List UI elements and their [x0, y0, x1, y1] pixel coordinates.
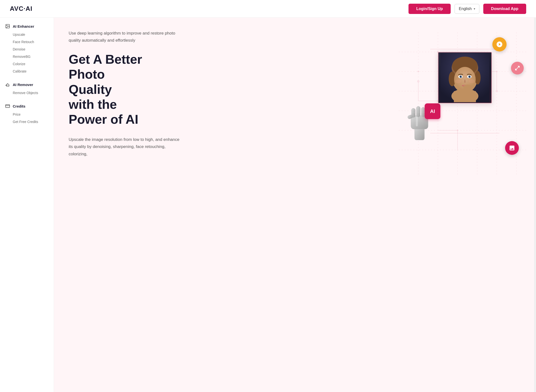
svg-point-36 [451, 89, 478, 102]
illustration-area: AI [399, 32, 526, 174]
svg-point-47 [468, 75, 471, 78]
sidebar-item-remove-objects[interactable]: Remove Objects [0, 89, 54, 97]
chevron-down-icon: ▾ [474, 7, 475, 11]
app-body: AI Enhancer Upscale Face Retouch Denoise… [0, 18, 536, 392]
hero-subtitle: Use deep learning algorithm to improve a… [69, 30, 181, 44]
hero-title: Get A Better Photo Quality with the Powe… [69, 52, 181, 127]
image-enhance-icon [509, 145, 515, 151]
download-app-button[interactable]: Download App [483, 4, 526, 14]
svg-point-40 [452, 57, 478, 75]
hero-title-line4: with the [69, 97, 117, 111]
sidebar-heading-enhancer[interactable]: AI Enhancer [0, 24, 54, 31]
svg-point-43 [454, 67, 476, 92]
robot-hand-container: AI [404, 96, 443, 145]
svg-point-52 [455, 79, 461, 83]
svg-rect-2 [6, 105, 10, 108]
svg-point-23 [496, 90, 498, 92]
svg-rect-35 [440, 53, 489, 102]
svg-point-38 [452, 62, 478, 93]
hero-description: Upscale the image resolution from low to… [69, 136, 181, 158]
sidebar-label-remover: AI Remover [13, 83, 33, 87]
header: AVC·AI Login/Sign Up English ▾ Download … [0, 0, 536, 18]
svg-point-1 [7, 25, 7, 26]
svg-point-49 [469, 76, 470, 77]
sidebar-item-calibrate[interactable]: Calibrate [0, 68, 54, 75]
svg-point-16 [418, 71, 419, 72]
sidebar: AI Enhancer Upscale Face Retouch Denoise… [0, 18, 54, 392]
scrollbar[interactable] [534, 0, 536, 392]
image-icon [5, 24, 10, 29]
sidebar-section-credits: Credits Price Get Free Credits [0, 103, 54, 125]
sidebar-item-upscale[interactable]: Upscale [0, 31, 54, 38]
svg-point-53 [469, 79, 475, 83]
svg-point-54 [463, 85, 472, 90]
sidebar-section-enhancer: AI Enhancer Upscale Face Retouch Denoise… [0, 24, 54, 75]
logo: AVC·AI [10, 5, 32, 12]
svg-point-55 [513, 146, 514, 147]
svg-point-21 [417, 80, 419, 82]
svg-point-42 [475, 71, 481, 85]
sidebar-item-colorize[interactable]: Colorize [0, 60, 54, 68]
language-selector[interactable]: English ▾ [455, 4, 479, 14]
sidebar-heading-remover[interactable]: AI Remover [0, 82, 54, 89]
svg-point-39 [452, 57, 478, 79]
sidebar-item-free-credits[interactable]: Get Free Credits [0, 118, 54, 125]
svg-point-51 [470, 76, 470, 76]
photo-card [438, 52, 492, 103]
sidebar-item-removebg[interactable]: RemoveBG [0, 53, 54, 60]
svg-rect-37 [454, 91, 476, 102]
svg-point-20 [457, 130, 458, 131]
card-icon [5, 103, 10, 109]
hero-title-line2: Photo [69, 67, 105, 81]
float-circle-paint [492, 37, 507, 51]
ai-badge-text: AI [430, 109, 435, 114]
resize-icon [514, 65, 520, 71]
sidebar-item-face-retouch[interactable]: Face Retouch [0, 38, 54, 46]
svg-point-44 [458, 75, 463, 78]
face-illustration [438, 52, 491, 103]
float-circle-image [505, 141, 519, 155]
face-svg [440, 53, 489, 102]
svg-rect-27 [416, 106, 420, 117]
sidebar-item-denoise[interactable]: Denoise [0, 46, 54, 53]
ruler-top [431, 49, 499, 49]
main-content: Use deep learning algorithm to improve a… [54, 18, 536, 392]
sidebar-label-credits: Credits [13, 104, 26, 108]
sidebar-section-remover: AI Remover Remove Objects [0, 82, 54, 97]
svg-point-19 [496, 71, 498, 72]
svg-point-41 [449, 72, 456, 86]
login-signup-button[interactable]: Login/Sign Up [408, 4, 451, 14]
svg-point-46 [459, 75, 462, 78]
hero-title-line1: Get A Better [69, 52, 142, 66]
hero-title-line5: Power of AI [69, 112, 138, 126]
sidebar-heading-credits[interactable]: Credits [0, 103, 54, 111]
svg-point-50 [461, 76, 461, 76]
eraser-icon [5, 82, 10, 87]
svg-point-48 [460, 76, 461, 77]
sidebar-item-price[interactable]: Price [0, 111, 54, 118]
ai-badge: AI [425, 103, 440, 119]
sidebar-label-enhancer: AI Enhancer [13, 24, 34, 28]
svg-rect-34 [416, 117, 418, 126]
language-label: English [459, 7, 472, 11]
float-circle-resize [511, 62, 524, 74]
hero-title-line3: Quality [69, 82, 112, 97]
paint-icon [496, 41, 503, 48]
svg-point-45 [467, 75, 472, 78]
header-right: Login/Sign Up English ▾ Download App [408, 4, 526, 14]
